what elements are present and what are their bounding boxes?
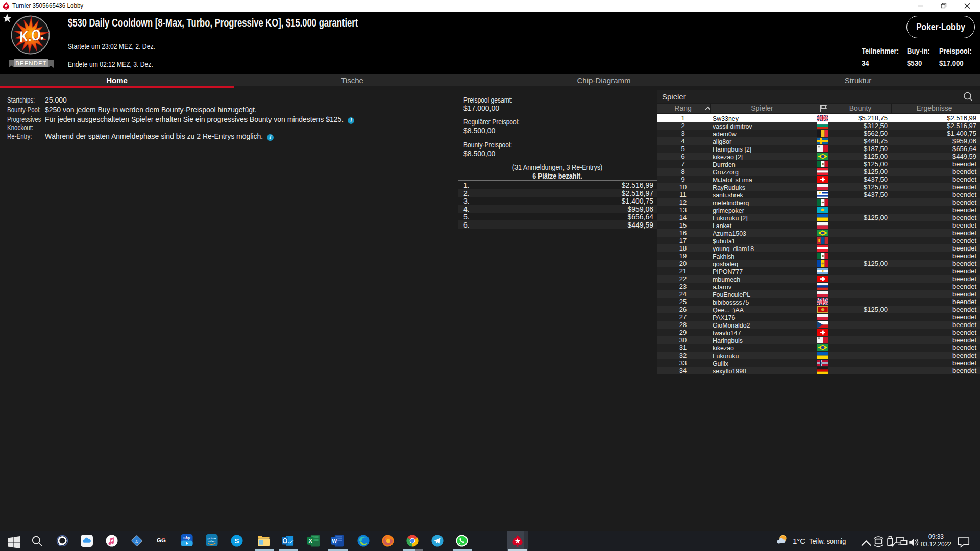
svg-text:prime: prime: [208, 536, 216, 540]
svg-text:W: W: [332, 538, 337, 544]
svg-text:K.O.: K.O.: [18, 26, 45, 45]
svg-text:S: S: [235, 537, 239, 545]
svg-text:sky: sky: [183, 535, 191, 540]
svg-text:video: video: [208, 540, 215, 543]
svg-text:X: X: [309, 538, 312, 544]
svg-text:BEENDET: BEENDET: [15, 60, 46, 66]
svg-text:♫: ♫: [135, 538, 139, 544]
